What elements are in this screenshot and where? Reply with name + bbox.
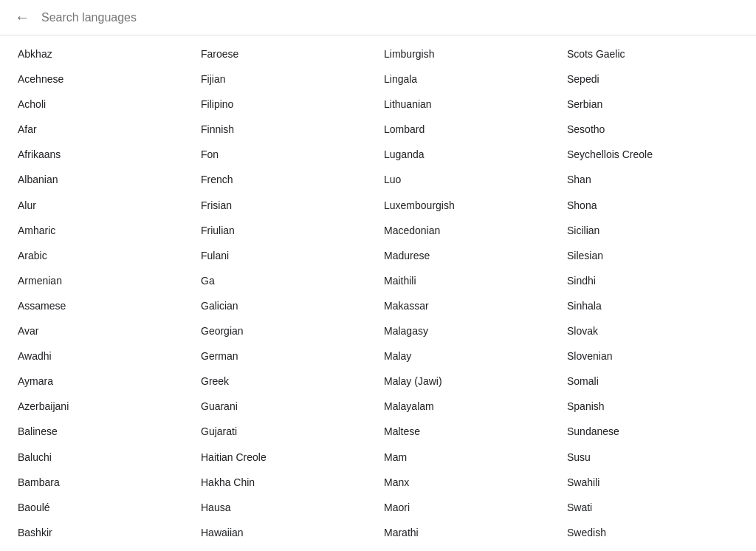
list-item[interactable]: Albanian [12, 167, 195, 192]
list-item[interactable]: Swati [561, 495, 744, 520]
list-item[interactable]: Frisian [195, 193, 378, 218]
list-item[interactable]: Makassar [378, 293, 561, 318]
list-item[interactable]: Seychellois Creole [561, 142, 744, 167]
list-item[interactable]: Bambara [12, 470, 195, 495]
list-item[interactable]: Azerbaijani [12, 394, 195, 419]
list-item[interactable]: Finnish [195, 117, 378, 142]
list-item[interactable]: Malagasy [378, 318, 561, 343]
list-item[interactable]: Slovenian [561, 343, 744, 369]
list-item[interactable]: Shan [561, 167, 744, 192]
list-item[interactable]: Bashkir [12, 520, 195, 545]
list-item[interactable]: Armenian [12, 268, 195, 293]
list-item[interactable]: Arabic [12, 243, 195, 268]
list-item[interactable]: Hakha Chin [195, 470, 378, 495]
list-item[interactable]: Georgian [195, 318, 378, 343]
list-item[interactable]: Fulani [195, 243, 378, 268]
list-item[interactable]: Gujarati [195, 419, 378, 444]
list-item[interactable]: Sesotho [561, 117, 744, 142]
list-item[interactable]: Serbian [561, 92, 744, 117]
list-item[interactable]: Fijian [195, 66, 378, 92]
list-item[interactable]: Susu [561, 445, 744, 470]
list-item[interactable]: Afar [12, 117, 195, 142]
list-item[interactable]: Avar [12, 318, 195, 343]
back-icon: ← [15, 9, 30, 26]
list-item[interactable]: Lithuanian [378, 92, 561, 117]
list-item[interactable]: Silesian [561, 243, 744, 268]
list-item[interactable]: Malay [378, 343, 561, 369]
list-item[interactable]: Friulian [195, 218, 378, 243]
list-item[interactable]: Fon [195, 142, 378, 167]
list-item[interactable]: Acehnese [12, 66, 195, 92]
list-item[interactable]: Filipino [195, 92, 378, 117]
list-item[interactable]: Sundanese [561, 419, 744, 444]
list-item[interactable]: Faroese [195, 41, 378, 66]
list-item[interactable]: Maori [378, 495, 561, 520]
list-item[interactable]: Aymara [12, 369, 195, 394]
list-item[interactable]: Hausa [195, 495, 378, 520]
list-item[interactable]: Swahili [561, 470, 744, 495]
list-item[interactable]: Shona [561, 193, 744, 218]
language-grid: AbkhazFaroeseLimburgishScots GaelicAcehn… [0, 35, 756, 551]
list-item[interactable]: Luo [378, 167, 561, 192]
list-item[interactable]: Guarani [195, 394, 378, 419]
list-item[interactable]: Maithili [378, 268, 561, 293]
list-item[interactable]: Amharic [12, 218, 195, 243]
list-item[interactable]: Somali [561, 369, 744, 394]
search-input[interactable] [41, 11, 744, 24]
list-item[interactable]: Acholi [12, 92, 195, 117]
list-item[interactable]: Sindhi [561, 268, 744, 293]
list-item[interactable]: Spanish [561, 394, 744, 419]
list-item[interactable]: Mam [378, 445, 561, 470]
list-item[interactable]: Alur [12, 193, 195, 218]
list-item[interactable]: Lingala [378, 66, 561, 92]
list-item[interactable]: Assamese [12, 293, 195, 318]
list-item[interactable]: Ga [195, 268, 378, 293]
list-item[interactable]: Hawaiian [195, 520, 378, 545]
list-item[interactable]: Sepedi [561, 66, 744, 92]
list-item[interactable]: Luganda [378, 142, 561, 167]
list-item[interactable]: French [195, 167, 378, 192]
list-item[interactable]: Malay (Jawi) [378, 369, 561, 394]
header: ← [0, 0, 756, 35]
back-button[interactable]: ← [12, 6, 32, 29]
list-item[interactable]: Haitian Creole [195, 445, 378, 470]
list-item[interactable]: Luxembourgish [378, 193, 561, 218]
list-item[interactable]: Abkhaz [12, 41, 195, 66]
list-item[interactable]: Slovak [561, 318, 744, 343]
list-item[interactable]: Madurese [378, 243, 561, 268]
list-item[interactable]: Sinhala [561, 293, 744, 318]
list-item[interactable]: Marathi [378, 520, 561, 545]
list-item[interactable]: Manx [378, 470, 561, 495]
list-item[interactable]: Balinese [12, 419, 195, 444]
list-item[interactable]: Scots Gaelic [561, 41, 744, 66]
list-item[interactable]: Malayalam [378, 394, 561, 419]
list-item[interactable]: Maltese [378, 419, 561, 444]
list-item[interactable]: Swedish [561, 520, 744, 545]
list-item[interactable]: Macedonian [378, 218, 561, 243]
list-item[interactable]: Limburgish [378, 41, 561, 66]
list-item[interactable]: Afrikaans [12, 142, 195, 167]
list-item[interactable]: Awadhi [12, 343, 195, 369]
list-item[interactable]: German [195, 343, 378, 369]
list-item[interactable]: Baluchi [12, 445, 195, 470]
list-item[interactable]: Lombard [378, 117, 561, 142]
list-item[interactable]: Greek [195, 369, 378, 394]
list-item[interactable]: Sicilian [561, 218, 744, 243]
list-item[interactable]: Galician [195, 293, 378, 318]
list-item[interactable]: Baoulé [12, 495, 195, 520]
